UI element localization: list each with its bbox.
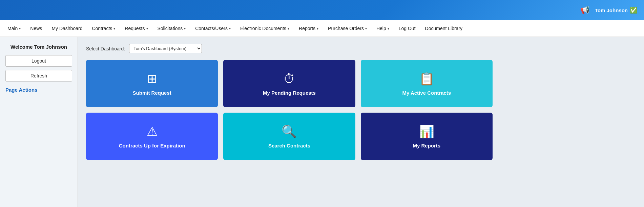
card-icon-my-active-contracts: 📋 (419, 72, 434, 86)
dashboard-select-row: Select Dashboard: Tom's Dashboard (Syste… (86, 44, 636, 53)
dashboard-grid: ⊞Submit Request⏱My Pending Requests📋My A… (86, 60, 493, 160)
card-submit-request[interactable]: ⊞Submit Request (86, 60, 218, 107)
nav-item-electronic-documents[interactable]: Electronic Documents ▾ (235, 20, 294, 37)
nav-chevron-contracts: ▾ (113, 27, 115, 30)
card-label-my-pending-requests: My Pending Requests (263, 90, 316, 96)
card-icon-my-pending-requests: ⏱ (283, 72, 295, 86)
card-icon-contracts-expiration: ⚠ (147, 124, 158, 139)
bell-icon: 📢 (580, 6, 589, 15)
logout-button[interactable]: Logout (5, 55, 72, 67)
nav-chevron-electronic-documents: ▾ (288, 27, 289, 30)
nav-item-purchase-orders[interactable]: Purchase Orders ▾ (323, 20, 372, 37)
nav-item-requests[interactable]: Requests ▾ (120, 20, 152, 37)
card-contracts-expiration[interactable]: ⚠Contracts Up for Expiration (86, 113, 218, 160)
nav-item-logout[interactable]: Log Out (394, 20, 420, 37)
nav-chevron-contacts-users: ▾ (229, 27, 231, 30)
nav-item-my-dashboard[interactable]: My Dashboard (47, 20, 87, 37)
dashboard-select[interactable]: Tom's Dashboard (System) (129, 44, 202, 53)
nav-item-document-library[interactable]: Document Library (420, 20, 468, 37)
card-my-reports[interactable]: 📊My Reports (361, 113, 493, 160)
top-banner: 📢 Tom Johnson ✅ (0, 0, 644, 20)
user-info: Tom Johnson ✅ (595, 6, 637, 14)
nav-chevron-solicitations: ▾ (184, 27, 186, 30)
nav-item-news[interactable]: News (25, 20, 47, 37)
page-actions-title: Page Actions (5, 87, 72, 93)
card-icon-submit-request: ⊞ (147, 72, 157, 86)
nav-chevron-help: ▾ (388, 27, 389, 30)
nav-chevron-reports: ▾ (317, 27, 318, 30)
card-icon-search-contracts: 🔍 (282, 124, 297, 139)
sidebar: Welcome Tom Johnson Logout Refresh Page … (0, 37, 78, 207)
card-label-submit-request: Submit Request (133, 90, 171, 96)
nav-chevron-purchase-orders: ▾ (365, 27, 367, 30)
nav-item-contacts-users[interactable]: Contacts/Users ▾ (190, 20, 235, 37)
card-label-contracts-expiration: Contracts Up for Expiration (119, 143, 185, 148)
nav-chevron-requests: ▾ (146, 27, 148, 30)
card-label-search-contracts: Search Contracts (268, 143, 310, 148)
card-my-active-contracts[interactable]: 📋My Active Contracts (361, 60, 493, 107)
card-label-my-reports: My Reports (413, 143, 440, 148)
user-check-icon: ✅ (630, 6, 637, 14)
nav-item-main[interactable]: Main ▾ (3, 20, 25, 37)
welcome-text: Welcome Tom Johnson (5, 44, 72, 50)
navbar: Main ▾NewsMy DashboardContracts ▾Request… (0, 20, 644, 37)
nav-item-reports[interactable]: Reports ▾ (294, 20, 323, 37)
card-search-contracts[interactable]: 🔍Search Contracts (223, 113, 355, 160)
nav-item-contracts[interactable]: Contracts ▾ (87, 20, 120, 37)
main-layout: Welcome Tom Johnson Logout Refresh Page … (0, 37, 644, 207)
card-label-my-active-contracts: My Active Contracts (402, 90, 451, 96)
content-area: Select Dashboard: Tom's Dashboard (Syste… (78, 37, 644, 207)
nav-item-help[interactable]: Help ▾ (372, 20, 394, 37)
nav-chevron-main: ▾ (19, 27, 21, 30)
nav-item-solicitations[interactable]: Solicitations ▾ (153, 20, 191, 37)
user-name: Tom Johnson (595, 7, 628, 13)
dashboard-select-label: Select Dashboard: (86, 46, 125, 51)
card-my-pending-requests[interactable]: ⏱My Pending Requests (223, 60, 355, 107)
refresh-button[interactable]: Refresh (5, 70, 72, 82)
card-icon-my-reports: 📊 (419, 124, 434, 139)
